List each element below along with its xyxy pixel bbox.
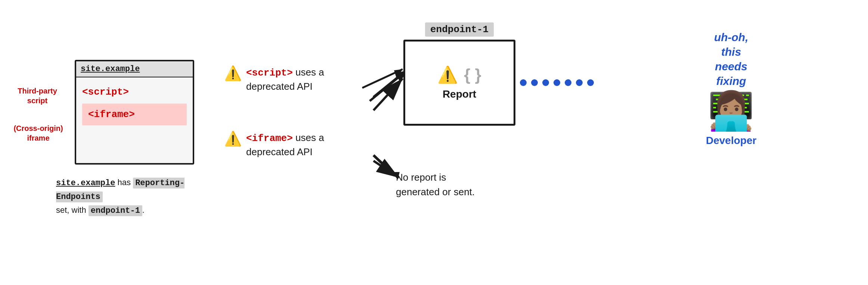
dot-2 bbox=[531, 79, 538, 86]
diagram-container: site.example <script> <iframe> Third-par… bbox=[0, 0, 868, 285]
warning-script-text: <script> uses adeprecated API bbox=[246, 65, 324, 94]
iframe-tag-warning: <iframe> bbox=[246, 133, 293, 144]
dotted-line bbox=[520, 79, 594, 86]
site-example-ref: site.example bbox=[56, 178, 115, 188]
dot-3 bbox=[542, 79, 549, 86]
developer-section: uh-oh, this needs fixing 👩🏽‍💻 Developer bbox=[706, 30, 756, 147]
warning-icon-2: ⚠️ bbox=[224, 132, 242, 146]
site-bottom-description: site.example has Reporting-Endpoints set… bbox=[56, 176, 213, 218]
warning-icon-1: ⚠️ bbox=[224, 66, 242, 80]
warning-iframe-text: <iframe> uses adeprecated API bbox=[246, 131, 324, 159]
dot-5 bbox=[565, 79, 571, 86]
svg-line-6 bbox=[373, 155, 395, 176]
third-party-label: Third-party script bbox=[11, 86, 63, 105]
developer-label: Developer bbox=[706, 135, 756, 147]
site-content: <script> <iframe> bbox=[76, 77, 193, 131]
cross-origin-label: (Cross-origin) iframe bbox=[11, 123, 65, 143]
endpoint-icons: ⚠️ { } bbox=[437, 65, 481, 85]
endpoint-box: ⚠️ { } Report bbox=[403, 40, 515, 126]
dot-4 bbox=[554, 79, 560, 86]
no-report-text: No report isgenerated or sent. bbox=[396, 170, 515, 199]
svg-line-0 bbox=[362, 69, 403, 88]
dot-7 bbox=[587, 79, 594, 86]
svg-line-2 bbox=[370, 75, 402, 101]
warning-script-block: ⚠️ <script> uses adeprecated API bbox=[224, 65, 362, 94]
endpoint-warning-icon: ⚠️ bbox=[437, 65, 458, 85]
iframe-tag-label: <iframe> bbox=[88, 109, 135, 120]
svg-line-4 bbox=[373, 73, 403, 97]
endpoint-ref-code: endpoint-1 bbox=[89, 205, 142, 216]
endpoint-curly-braces: { } bbox=[464, 65, 481, 84]
iframe-tag-box: <iframe> bbox=[82, 104, 187, 125]
developer-emoji: 👩🏽‍💻 bbox=[708, 92, 754, 129]
svg-marker-1 bbox=[394, 69, 403, 79]
endpoint-report-label: Report bbox=[443, 88, 476, 100]
dot-1 bbox=[520, 79, 527, 86]
endpoint-label: endpoint-1 bbox=[425, 22, 494, 37]
script-tag-label: <script> bbox=[82, 83, 187, 101]
script-tag-warning: <script> bbox=[246, 67, 293, 79]
site-example-box: site.example <script> <iframe> bbox=[75, 60, 194, 165]
warning-iframe-block: ⚠️ <iframe> uses adeprecated API bbox=[224, 131, 362, 159]
endpoint-box-wrapper: endpoint-1 ⚠️ { } Report bbox=[403, 22, 515, 126]
dot-6 bbox=[576, 79, 583, 86]
site-title: site.example bbox=[76, 61, 193, 77]
uh-oh-text: uh-oh, this needs fixing bbox=[714, 30, 748, 88]
